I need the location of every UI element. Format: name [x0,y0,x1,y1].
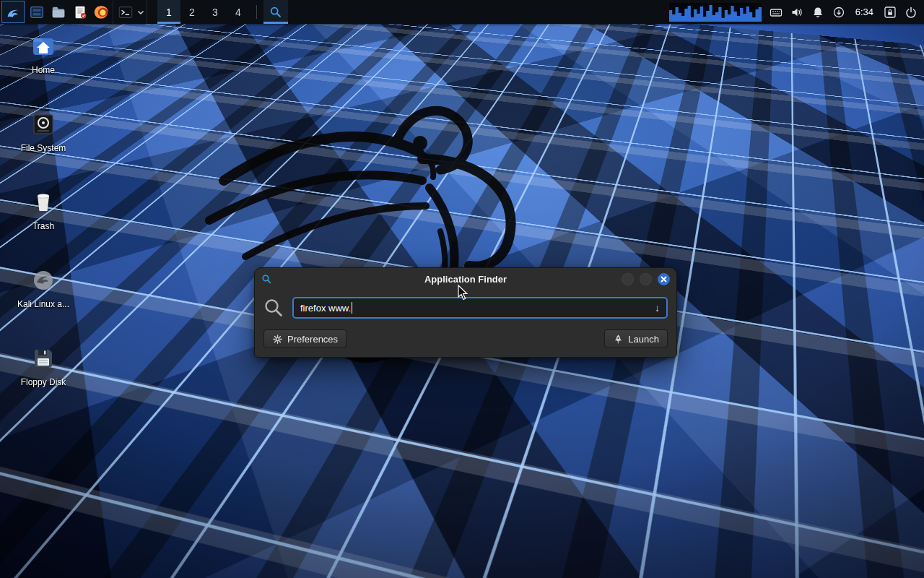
firefox-launcher[interactable] [91,0,113,24]
maximize-button[interactable] [640,273,652,285]
kali-link-icon [30,267,56,293]
file-system-icon [30,111,56,137]
desktop-icon-file-system[interactable]: File System [9,111,78,153]
preferences-button[interactable]: Preferences [263,329,346,348]
window-icon [261,274,272,285]
desktop: 1 2 3 4 [0,0,924,578]
application-finder-window: Application Finder firefox www. [254,267,677,358]
search-icon [263,298,284,318]
search-input[interactable]: firefox www. ↓ [292,297,668,319]
workspace-1-label: 1 [166,7,172,18]
volume-tray-button[interactable] [790,6,803,19]
search-input-value: firefox www. [300,303,351,314]
folder-icon [51,4,66,20]
text-caret [352,302,352,314]
screen-lock-tray-button[interactable] [884,6,897,19]
desktop-icon-floppy[interactable]: Floppy Disk [9,345,78,387]
panel-launchers [0,0,147,24]
desktop-icon-trash[interactable]: Trash [9,189,78,231]
desktop-icon-home[interactable]: Home [9,33,78,75]
workspace-3[interactable]: 3 [204,0,227,24]
buttons-row: Preferences Launch [263,329,668,348]
workspace-3-label: 3 [212,7,218,18]
file-manager-icon [29,4,45,20]
update-arrow-icon [832,6,845,19]
desktop-icon-list: Home File System Trash Kal [9,33,78,387]
bell-icon [811,6,824,19]
power-icon [905,6,918,19]
mouse-cursor [458,285,468,301]
window-title: Application Finder [298,274,633,285]
clock[interactable]: 6:34 [853,7,876,17]
home-icon [30,33,56,59]
terminal-launcher[interactable] [115,4,136,20]
desktop-icon-kali-docs[interactable]: Kali Linux a... [9,267,78,309]
launch-icon [613,334,624,345]
desktop-icon-label: Kali Linux a... [17,299,69,309]
terminal-icon [118,4,134,20]
desktop-icon-label: File System [21,143,66,153]
workspace-switcher: 1 2 3 4 [157,0,250,24]
gear-icon [272,334,283,345]
desktop-icon-label: Floppy Disk [21,377,66,387]
app-finder-task-icon [269,6,282,19]
updates-tray-button[interactable] [832,6,845,19]
keyboard-tray-button[interactable] [770,6,783,19]
close-button[interactable] [658,273,670,285]
text-editor-icon [72,4,88,20]
terminal-menu-chevron-icon[interactable] [136,8,145,17]
terminal-launcher-group [113,0,147,24]
workspace-4[interactable]: 4 [227,0,250,24]
preferences-label: Preferences [287,334,338,345]
kali-logo-icon [5,4,21,20]
logout-tray-button[interactable] [905,6,918,19]
panel-tray: 6:34 [669,0,924,24]
cpu-graph[interactable] [669,3,762,22]
volume-icon [790,6,803,19]
taskbar-application-finder-button[interactable] [263,0,288,24]
workspace-4-label: 4 [235,7,241,18]
file-manager-launcher[interactable] [26,0,48,24]
desktop-icon-label: Home [32,65,55,75]
lock-icon [884,6,897,19]
top-panel: 1 2 3 4 [0,0,924,24]
floppy-disk-icon [30,345,56,371]
workspace-2-label: 2 [189,7,195,18]
firefox-icon [94,4,110,20]
dropdown-arrow-icon[interactable]: ↓ [655,303,660,313]
keyboard-icon [770,6,783,19]
close-icon [661,276,667,282]
panel-separator [256,5,257,19]
text-editor-launcher[interactable] [69,0,91,24]
launch-button[interactable]: Launch [604,329,668,348]
notifications-tray-button[interactable] [811,6,824,19]
files-launcher[interactable] [48,0,69,24]
workspace-2[interactable]: 2 [180,0,204,24]
trash-icon [30,189,56,215]
launch-label: Launch [628,334,659,345]
desktop-icon-label: Trash [32,221,54,231]
workspace-1[interactable]: 1 [157,0,180,24]
kali-menu-button[interactable] [1,1,25,23]
